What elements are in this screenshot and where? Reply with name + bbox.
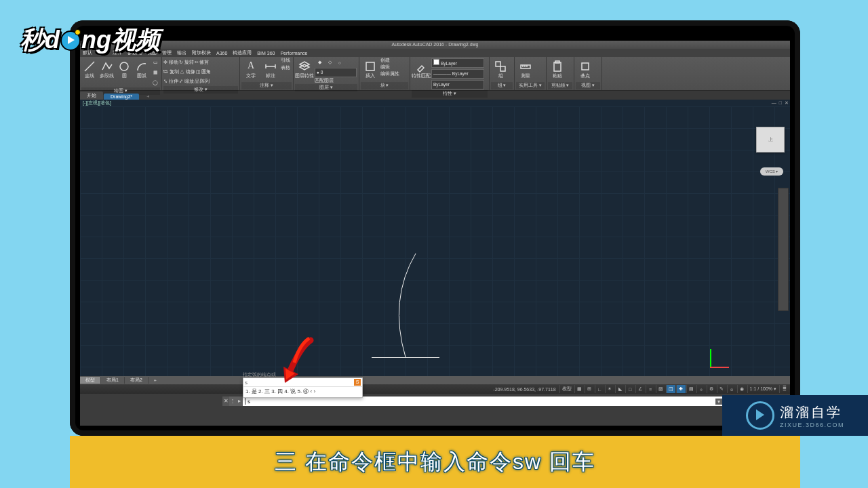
ribbon-tabstrip[interactable]: 默认 插入 注释 参数化 视图 管理 输出 附加模块 A360 精选应用 BIM… <box>80 49 790 57</box>
matchlayer-button[interactable]: 匹配图层 <box>315 78 357 84</box>
customize-icon[interactable]: ≣ <box>779 385 789 393</box>
arc-button[interactable]: 圆弧 <box>134 58 151 82</box>
status-modelspace[interactable]: 模型 <box>559 385 574 393</box>
tab-new[interactable]: + <box>140 94 156 100</box>
scale-button[interactable]: ⤢ 缩放 <box>179 77 194 86</box>
panel-label-annotate[interactable]: 注释 ▾ <box>241 82 292 89</box>
panel-label-view[interactable]: 视图 ▾ <box>576 82 600 89</box>
menu-performance[interactable]: Performance <box>280 51 307 56</box>
status-scale[interactable]: 1:1 / 100% ▾ <box>747 385 778 393</box>
tab-addlayout[interactable]: + <box>149 378 162 383</box>
dimension-button[interactable]: 标注 <box>261 58 280 82</box>
tab-layout1[interactable]: 布局1 <box>101 377 125 384</box>
polyline-button[interactable]: 多段线 <box>99 58 116 82</box>
copy-button[interactable]: ⿻ 复制 <box>163 67 179 77</box>
otrack-icon[interactable]: ∠ <box>635 385 645 393</box>
ime-brand-icon: S <box>354 379 361 386</box>
tab-start[interactable]: 开始 <box>80 92 103 100</box>
units-icon[interactable]: ⌾ <box>727 385 736 393</box>
navigation-bar[interactable] <box>778 188 789 311</box>
lineweight-dropdown[interactable]: ByLayer <box>431 80 484 89</box>
isoplane-icon[interactable]: ◣ <box>615 385 625 393</box>
menu-output[interactable]: 输出 <box>177 49 186 56</box>
trim-button[interactable]: ✂ 修剪 <box>195 58 210 67</box>
panel-label-layers[interactable]: 图层 ▾ <box>295 84 357 92</box>
snap-toggle-icon[interactable]: ⊞ <box>585 385 594 393</box>
hardware-accel-icon[interactable]: ◉ <box>737 385 747 393</box>
layer-dropdown[interactable]: ● 0 <box>315 68 357 77</box>
stretch-button[interactable]: ⤡ 拉伸 <box>163 77 178 86</box>
cmdline-close-icon[interactable]: ✕ <box>222 396 229 406</box>
basepoint-button[interactable]: 基点 <box>576 58 595 82</box>
tab-model[interactable]: 模型 <box>80 377 101 384</box>
rotate-button[interactable]: ↻ 旋转 <box>179 58 194 67</box>
move-button[interactable]: ✜ 移动 <box>163 58 178 67</box>
annoscale-icon[interactable]: ⟐ <box>696 385 706 393</box>
ime-candidates[interactable]: 1. 是 2. 三 3. 四 4. 说 5. ④ ‹ › <box>243 387 362 396</box>
close-icon[interactable]: ✕ <box>785 100 789 106</box>
annotation-monitor-icon[interactable]: ✎ <box>717 385 726 393</box>
text-button[interactable]: A文字 <box>241 58 260 82</box>
mirror-button[interactable]: △ 镜像 <box>180 67 195 77</box>
layer-icon3[interactable]: ○ <box>335 58 344 67</box>
command-line[interactable]: ✕ ⋮ ▸ ▾ <box>222 396 722 406</box>
transparency-icon[interactable]: ▨ <box>656 385 665 393</box>
paste-button[interactable]: 粘贴 <box>548 58 567 82</box>
cmdline-handle-icon[interactable]: ⋮ <box>229 396 236 406</box>
circle-button[interactable]: 圆 <box>116 58 133 82</box>
table-button[interactable]: 表格 <box>281 65 290 71</box>
matchprops-button[interactable]: 特性匹配 <box>412 58 431 82</box>
ellipse-icon[interactable]: ◯ <box>151 78 160 87</box>
viewcube[interactable]: 上 <box>756 127 785 152</box>
viewport-label[interactable]: [-][左视][著色] —□✕ <box>80 100 790 106</box>
editattr-button[interactable]: 编辑属性 <box>380 71 399 77</box>
panel-label-modify[interactable]: 修改 ▾ <box>163 86 238 94</box>
monitor-frame: Autodesk AutoCAD 2016 - Drawing2.dwg 默认 … <box>70 20 800 436</box>
line-button[interactable]: 直线 <box>81 58 98 82</box>
workspace-icon[interactable]: ⚙ <box>707 385 716 393</box>
menu-manage[interactable]: 管理 <box>162 49 172 56</box>
lineweight-toggle-icon[interactable]: ≡ <box>646 385 655 393</box>
panel-label-block[interactable]: 块 ▾ <box>361 82 408 89</box>
maximize-icon[interactable]: □ <box>779 100 782 106</box>
quickprops-icon[interactable]: ▤ <box>686 385 696 393</box>
insertblock-button[interactable]: 插入 <box>361 58 380 82</box>
panel-label-util[interactable]: 实用工具 ▾ <box>516 82 545 89</box>
menu-a360[interactable]: A360 <box>216 51 227 56</box>
drawn-line <box>372 357 439 358</box>
array-button[interactable]: 品 阵列 <box>195 77 210 86</box>
grid-toggle-icon[interactable]: ▦ <box>574 385 584 393</box>
panel-label-clip[interactable]: 剪贴板 ▾ <box>548 82 572 89</box>
rect-icon[interactable]: ▭ <box>151 58 160 67</box>
menu-bim360[interactable]: BIM 360 <box>257 51 275 56</box>
command-input[interactable] <box>245 399 715 405</box>
ortho-toggle-icon[interactable]: ∟ <box>595 385 604 393</box>
selection-cycle-icon[interactable]: ◫ <box>666 385 675 393</box>
hatch-icon[interactable]: ▦ <box>151 68 160 77</box>
createblock-button[interactable]: 创建 <box>380 58 399 64</box>
linetype-dropdown[interactable]: ———— ByLayer <box>431 69 484 79</box>
leader-button[interactable]: 引线 <box>281 58 290 64</box>
fillet-button[interactable]: ◫ 圆角 <box>196 67 212 77</box>
menu-addins[interactable]: 附加模块 <box>192 49 211 56</box>
layerprops-button[interactable]: 图层特性 <box>295 58 314 82</box>
color-dropdown[interactable]: ByLayer <box>431 58 484 68</box>
drawing-canvas[interactable]: 上 WCS ▾ 指定弧的端点或 sS 1. 是 2. 三 3. 四 4. 说 5… <box>80 106 790 376</box>
panel-label-props[interactable]: 特性 ▾ <box>412 90 488 98</box>
group-button[interactable]: 组 <box>491 58 510 82</box>
tab-layout2[interactable]: 布局2 <box>125 377 149 384</box>
layer-icon[interactable]: ◆ <box>315 58 324 67</box>
cmdline-recent-icon[interactable]: ▾ <box>715 399 722 405</box>
dynamic-input-icon[interactable]: ✚ <box>676 385 686 393</box>
layout-tabs: 模型 布局1 布局2 + <box>80 376 790 384</box>
editblock-button[interactable]: 编辑 <box>380 64 399 70</box>
minimize-icon[interactable]: — <box>772 100 776 106</box>
tab-drawing2[interactable]: Drawing2* <box>104 94 139 100</box>
menu-featured[interactable]: 精选应用 <box>233 49 252 56</box>
polar-toggle-icon[interactable]: ✶ <box>605 385 614 393</box>
wcs-tag[interactable]: WCS ▾ <box>760 167 783 176</box>
panel-label-group[interactable]: 组 ▾ <box>491 82 513 89</box>
osnap-toggle-icon[interactable]: □ <box>625 385 635 393</box>
measure-button[interactable]: 测量 <box>516 58 535 82</box>
layer-icon2[interactable]: ◇ <box>325 58 334 67</box>
